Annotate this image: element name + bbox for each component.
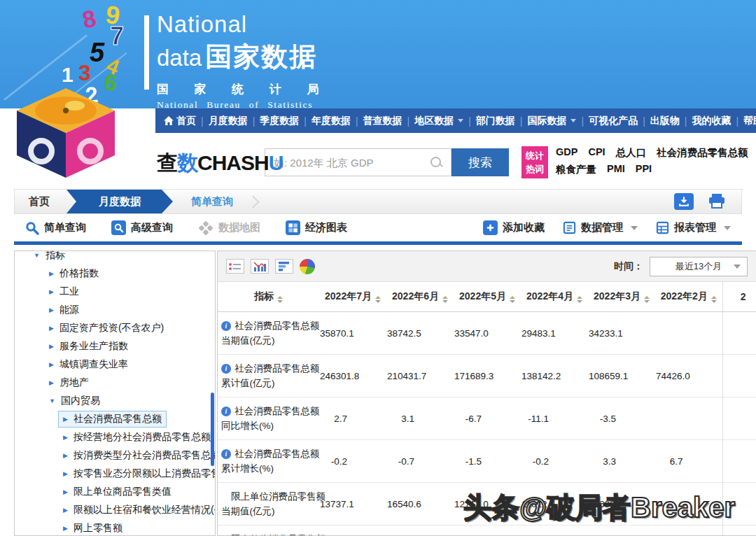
bureau-name-en: National Bureau of Statistics bbox=[157, 99, 344, 111]
tree-item[interactable]: ▶社会消费品零售总额 bbox=[15, 410, 215, 428]
column-header[interactable]: 2 bbox=[722, 282, 756, 312]
nav-item-4[interactable]: 年度数据 bbox=[312, 115, 351, 127]
column-header-label: 2022年5月 bbox=[459, 290, 506, 302]
nav-item-9[interactable]: 可视化产品 bbox=[589, 115, 638, 127]
nav-item-7[interactable]: 部门数据 bbox=[476, 115, 515, 127]
toolbar-simple-query[interactable]: 简单查询 bbox=[25, 221, 86, 235]
tree-item[interactable]: ▶固定资产投资(不含农户) bbox=[15, 319, 215, 337]
hot-word[interactable]: PPI bbox=[636, 163, 652, 176]
tree-item[interactable]: ▶工业 bbox=[15, 283, 215, 301]
nav-item-label: 国际数据 bbox=[527, 115, 566, 127]
nav-item-10[interactable]: 出版物 bbox=[650, 115, 680, 127]
info-icon[interactable]: i bbox=[221, 364, 231, 374]
triangle-right-icon: ▶ bbox=[63, 526, 68, 532]
indicator-cell: i社会消费品零售总额当期值(亿元) bbox=[218, 312, 319, 355]
nav-item-label: 季度数据 bbox=[260, 115, 299, 127]
brand-title-line2: data国家数据 bbox=[157, 39, 344, 75]
logo-digit: 5 bbox=[90, 39, 104, 66]
column-header[interactable]: 2022年4月 bbox=[521, 282, 588, 312]
column-header[interactable]: 2022年3月 bbox=[588, 282, 655, 312]
search-input[interactable] bbox=[265, 149, 451, 176]
sort-up-icon bbox=[442, 296, 448, 299]
value-cell bbox=[722, 312, 756, 355]
breadcrumb-home[interactable]: 首页 bbox=[29, 190, 50, 213]
nav-item-2[interactable]: 月度数据 bbox=[209, 115, 248, 127]
info-icon[interactable]: i bbox=[221, 407, 231, 416]
column-header[interactable]: 2022年5月 bbox=[454, 282, 521, 312]
sort-down-icon bbox=[277, 300, 283, 303]
bar-chart-icon[interactable] bbox=[251, 259, 269, 274]
breadcrumb-active-tab[interactable]: 月度数据 bbox=[66, 190, 173, 213]
hot-word[interactable]: 总人口 bbox=[616, 146, 647, 160]
print-icon[interactable] bbox=[706, 193, 727, 210]
nav-item-12[interactable]: 帮助 bbox=[743, 115, 756, 127]
column-header-label: 2 bbox=[741, 291, 746, 302]
sidebar-scrollbar[interactable] bbox=[211, 393, 214, 466]
value-cell: 3.3 bbox=[588, 440, 655, 483]
hot-word[interactable]: CPI bbox=[588, 146, 605, 160]
value-cell: 34233.1 bbox=[588, 312, 655, 355]
brand-block: National data国家数据 国家统计局 National Bureau … bbox=[157, 11, 344, 111]
tree-item[interactable]: ▶房地产 bbox=[15, 374, 215, 392]
tree-item-label: 指标 bbox=[46, 251, 65, 262]
column-header[interactable]: 2022年6月 bbox=[386, 282, 454, 312]
tree-item[interactable]: ▶城镇调查失业率 bbox=[15, 355, 215, 374]
nav-item-11[interactable]: 我的收藏 bbox=[692, 115, 731, 127]
tree-item-label: 工业 bbox=[59, 285, 79, 298]
breadcrumb-current[interactable]: 简单查询 bbox=[191, 190, 233, 213]
indicator-sidebar: ▼指标▶价格指数▶工业▶能源▶固定资产投资(不含农户)▶服务业生产指数▶城镇调查… bbox=[14, 251, 216, 536]
hot-badge-line2: 热词 bbox=[522, 162, 548, 176]
tree-item-label: 网上零售额 bbox=[74, 522, 122, 535]
hot-word[interactable]: 社会消费品零售总额 bbox=[657, 146, 748, 160]
tree-item[interactable]: ▶按经营地分社会消费品零售总额 bbox=[15, 428, 215, 446]
toolbar-economic-charts[interactable]: 经济图表 bbox=[286, 220, 347, 235]
toolbar-label: 经济图表 bbox=[305, 221, 347, 234]
nav-item-6[interactable]: 地区数据 bbox=[414, 115, 463, 127]
info-icon[interactable]: i bbox=[221, 449, 231, 459]
tree-item[interactable]: ▶限额以上住宿和餐饮业经营情况(-2 bbox=[15, 501, 215, 519]
search-icon bbox=[430, 156, 442, 169]
nav-item-3[interactable]: 季度数据 bbox=[260, 115, 299, 127]
hot-word[interactable]: 粮食产量 bbox=[556, 163, 596, 176]
pie-chart-icon[interactable] bbox=[300, 259, 315, 274]
info-icon[interactable]: i bbox=[221, 321, 231, 331]
triangle-right-icon: ▶ bbox=[63, 435, 68, 441]
nav-item-1[interactable]: 首页 bbox=[164, 115, 196, 127]
map-icon bbox=[198, 220, 214, 236]
column-header[interactable]: 指标 bbox=[218, 282, 319, 312]
data-manage-menu[interactable]: 数据管理 bbox=[563, 221, 638, 234]
value-cell: 6.7 bbox=[655, 440, 722, 483]
column-header[interactable]: 2022年7月 bbox=[319, 282, 386, 312]
list-view-icon[interactable] bbox=[226, 259, 244, 274]
column-header[interactable]: 2022年2月 bbox=[655, 282, 722, 312]
sort-icon bbox=[644, 296, 650, 303]
add-favorite-button[interactable]: 添加收藏 bbox=[483, 220, 545, 235]
hot-word[interactable]: GDP bbox=[556, 146, 578, 160]
tree-item[interactable]: ▶限上单位商品零售类值 bbox=[15, 483, 215, 501]
tree-item[interactable]: ▼国内贸易 bbox=[15, 392, 215, 410]
tree-item-box: ▶城镇调查失业率 bbox=[44, 356, 133, 373]
time-range-select[interactable]: 最近13个月 bbox=[650, 257, 748, 276]
search-button[interactable]: 搜索 bbox=[451, 148, 509, 176]
toolbar-data-map: 数据地图 bbox=[198, 220, 260, 236]
nav-item-5[interactable]: 普查数据 bbox=[363, 115, 402, 127]
tree-item[interactable]: ▶网上零售额 bbox=[15, 519, 215, 536]
tree-item[interactable]: ▶价格指数 bbox=[15, 265, 215, 283]
toolbar-label: 报表管理 bbox=[674, 221, 716, 234]
toolbar-advanced-query[interactable]: 高级查询 bbox=[111, 220, 173, 235]
value-cell: 74426.0 bbox=[655, 355, 722, 397]
nav-item-8[interactable]: 国际数据 bbox=[527, 115, 576, 127]
tree-item[interactable]: ▶服务业生产指数 bbox=[15, 337, 215, 355]
tree-item[interactable]: ▶按消费类型分社会消费品零售总额 bbox=[15, 446, 215, 465]
tree-item-box: ▶房地产 bbox=[44, 374, 94, 391]
value-cell: 13737.1 bbox=[319, 483, 386, 526]
download-icon[interactable] bbox=[674, 193, 694, 210]
tree-item[interactable]: ▶按零售业态分限额以上消费品零售 bbox=[15, 465, 215, 483]
tree-item[interactable]: ▶能源 bbox=[15, 301, 215, 319]
logo-digit: 1 bbox=[62, 64, 74, 85]
indicator-name: 社会消费品零售总额 bbox=[234, 361, 320, 376]
hot-word[interactable]: PMI bbox=[607, 163, 625, 176]
tree-item[interactable]: ▼指标 bbox=[15, 251, 215, 265]
report-manage-menu[interactable]: 报表管理 bbox=[656, 221, 731, 234]
hbar-chart-icon[interactable] bbox=[275, 259, 293, 274]
